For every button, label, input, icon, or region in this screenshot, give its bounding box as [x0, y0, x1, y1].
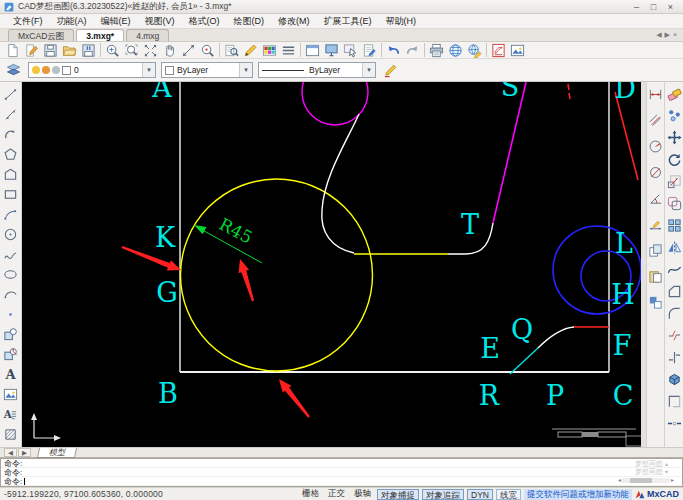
chevron-down-icon[interactable]: ▾ [239, 63, 252, 77]
maximize-button[interactable]: □ [645, 1, 662, 12]
print-icon[interactable] [427, 42, 446, 58]
copy-obj-icon[interactable] [646, 242, 665, 258]
scroll-left-icon[interactable]: ◂ [618, 477, 621, 484]
draw-pline-icon[interactable] [1, 124, 21, 144]
scale-icon[interactable] [665, 173, 683, 189]
pdf-export-icon[interactable] [489, 42, 508, 58]
block-icon[interactable] [1, 324, 21, 344]
dim-radius-icon[interactable] [646, 138, 665, 154]
menu-item-2[interactable]: 编辑(E) [94, 14, 138, 29]
close-button[interactable]: × [662, 1, 679, 12]
menu-item-0[interactable]: 文件(F) [6, 14, 50, 29]
zoom-extents-icon[interactable] [141, 42, 160, 58]
draw-spline-icon[interactable] [1, 244, 21, 264]
break-icon[interactable] [665, 327, 683, 343]
tab-3.mxg*[interactable]: 3.mxg* [76, 29, 124, 41]
menu-item-1[interactable]: 功能(A) [50, 14, 94, 29]
draw-polygon-icon[interactable] [1, 144, 21, 164]
tab-scroll-left-icon[interactable]: ◀ [656, 31, 661, 39]
toggle-DYN[interactable]: DYN [467, 489, 493, 500]
copy-props-icon[interactable] [646, 294, 665, 310]
globe-icon[interactable] [446, 42, 465, 58]
toggle-极轴[interactable]: 极轴 [351, 488, 374, 500]
draw-arc2-icon[interactable] [1, 284, 21, 304]
draw-polygon2-icon[interactable] [1, 164, 21, 184]
draw-arc-icon[interactable] [1, 204, 21, 224]
mtext-icon[interactable]: A [1, 404, 21, 424]
hatch-icon[interactable] [1, 424, 21, 444]
draw-ray-icon[interactable] [1, 104, 21, 124]
command-window[interactable]: 命令:命令:命令: 梦想画图 ▴ 梦想画图 ▾ ◂ ▸ [0, 458, 683, 487]
save-icon[interactable] [41, 42, 60, 58]
linetype-dropdown[interactable]: ByLayer ▾ [258, 62, 376, 78]
menu-item-4[interactable]: 格式(O) [182, 14, 227, 29]
mlines-icon[interactable] [279, 42, 298, 58]
dim-linear-icon[interactable] [646, 86, 665, 102]
menu-item-7[interactable]: 扩展工具(E) [317, 14, 379, 29]
move-icon[interactable] [665, 129, 683, 145]
globe-edit-icon[interactable] [465, 42, 484, 58]
spline-edit-icon[interactable] [665, 261, 683, 277]
menu-item-3[interactable]: 视图(V) [138, 14, 182, 29]
pencil-icon[interactable] [241, 42, 260, 58]
tab-4.mxg[interactable]: 4.mxg [126, 29, 169, 41]
image-ins-icon[interactable] [1, 384, 21, 404]
scrollbar-thumb[interactable] [630, 478, 652, 483]
redo-icon[interactable] [403, 42, 422, 58]
feedback-link[interactable]: 提交软件问题或增加新功能 [524, 489, 632, 500]
menu-item-6[interactable]: 修改(M) [271, 14, 317, 29]
layout-next-button[interactable]: ▶ [18, 448, 31, 457]
menu-item-5[interactable]: 绘图(D) [227, 14, 272, 29]
scrollbar-track[interactable] [622, 478, 670, 483]
dim-diameter-icon[interactable] [646, 164, 665, 180]
scroll-down-icon[interactable]: ▾ [665, 469, 668, 475]
stretch-icon[interactable] [665, 415, 683, 431]
fillet-icon[interactable] [665, 305, 683, 321]
undo-icon[interactable] [384, 42, 403, 58]
scroll-up-icon[interactable]: ▴ [665, 461, 668, 467]
edit-doc-icon[interactable] [360, 42, 379, 58]
draw-point-icon[interactable] [1, 304, 21, 324]
dim-angular-icon[interactable] [646, 190, 665, 206]
select-icon[interactable] [341, 42, 360, 58]
layers-icon[interactable] [4, 62, 23, 78]
zoom-window-icon[interactable] [122, 42, 141, 58]
drawing-canvas[interactable]: ASDKGTLHQEFBRPCR45 [22, 82, 641, 447]
dim-edit-icon[interactable] [646, 216, 665, 232]
zoom-center-icon[interactable] [198, 42, 217, 58]
new-doc-icon[interactable] [3, 42, 22, 58]
image-export-icon[interactable] [508, 42, 527, 58]
mirror-icon[interactable] [665, 239, 683, 255]
find-icon[interactable] [222, 42, 241, 58]
pan-icon[interactable] [160, 42, 179, 58]
toggle-线宽[interactable]: 线宽 [496, 489, 521, 500]
save-as-icon[interactable] [79, 42, 98, 58]
command-scrollbar[interactable]: ◂ ▸ [618, 477, 674, 484]
minimize-button[interactable]: – [628, 1, 645, 12]
layout-prev-button[interactable]: ◀ [4, 448, 17, 457]
draw-line-icon[interactable] [1, 84, 21, 104]
chamfer-icon[interactable] [665, 283, 683, 299]
scroll-right-icon[interactable]: ▸ [671, 477, 674, 484]
box3d-icon[interactable] [665, 371, 683, 387]
tab-close-icon[interactable]: × [673, 31, 677, 39]
draw-circle-icon[interactable] [1, 224, 21, 244]
match-properties-icon[interactable] [381, 62, 400, 78]
erase-icon[interactable] [665, 85, 683, 101]
monitor-icon[interactable] [322, 42, 341, 58]
tab-model[interactable]: 模型 [37, 448, 77, 458]
dim-aligned-icon[interactable] [646, 112, 665, 128]
tab-scroll-right-icon[interactable]: ▶ [665, 31, 670, 39]
layer-dropdown[interactable]: 0 ▾ [28, 62, 156, 78]
draw-rect-icon[interactable] [1, 184, 21, 204]
toggle-对象捕捉[interactable]: 对象捕捉 [377, 489, 419, 500]
paste-obj-icon[interactable] [646, 268, 665, 284]
array-icon[interactable] [665, 217, 683, 233]
measure-icon[interactable] [179, 42, 198, 58]
rotate-icon[interactable] [665, 151, 683, 167]
color-dropdown[interactable]: ByLayer ▾ [161, 62, 253, 78]
text-icon[interactable]: A [1, 364, 21, 384]
draw-ellipse-icon[interactable] [1, 264, 21, 284]
toggle-正交[interactable]: 正交 [325, 488, 348, 500]
pedit-icon[interactable] [665, 393, 683, 409]
